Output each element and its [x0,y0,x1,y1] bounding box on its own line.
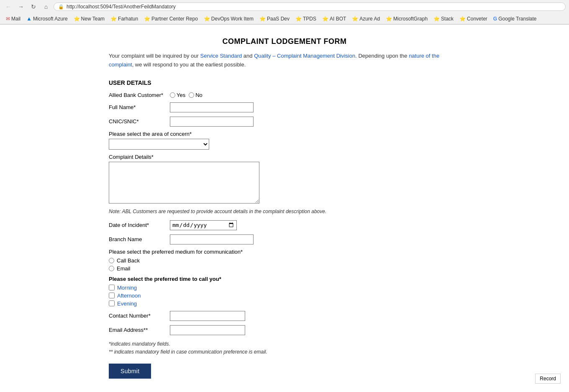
allied-bank-yes-label: Yes [177,92,185,98]
date-incident-input[interactable] [170,220,237,230]
mail-icon: ✉ [6,16,10,22]
call-back-radio[interactable] [109,258,114,263]
email-comm-label: Email [117,265,131,272]
evening-option[interactable]: Evening [109,300,460,307]
bookmark-new-team[interactable]: ⭐ New Team [71,15,107,23]
bookmark-tpds[interactable]: ⭐ TPDS [293,15,319,23]
afternoon-checkbox[interactable] [109,293,115,298]
bookmark-azure[interactable]: ▲ Microsoft Azure [24,15,70,23]
date-incident-label: Date of Incident* [109,222,167,228]
conveter-icon: ⭐ [459,16,466,22]
email-radio[interactable] [109,266,114,271]
form-title: COMPLAINT LODGEMENT FORM [109,37,460,46]
browser-chrome: ← → ↻ ⌂ 🔒 http://localhost:5094/Test/Ano… [0,0,569,25]
bookmark-devops-label: DevOps Work Item [211,16,254,22]
branch-name-input[interactable] [170,234,254,244]
area-concern-row: Please select the area of concern* Accou… [109,131,460,150]
footnotes: *indicates mandatory fields. ** indicate… [109,340,460,356]
bookmark-devops[interactable]: ⭐ DevOps Work Item [201,15,256,23]
refresh-button[interactable]: ↻ [28,2,38,12]
bookmark-partner-center[interactable]: ⭐ Partner Center Repo [141,15,200,23]
bookmark-ai-bot[interactable]: ⭐ AI BOT [320,15,349,23]
form-container: COMPLAINT LODGEMENT FORM Your complaint … [96,33,473,383]
azure-icon: ▲ [26,15,32,22]
allied-bank-yes-option[interactable]: Yes [170,92,185,98]
paas-dev-icon: ⭐ [259,16,266,22]
forward-button[interactable]: → [16,2,26,12]
bookmark-new-team-label: New Team [81,16,105,22]
bookmark-google-translate-label: Google Translate [498,16,536,22]
area-concern-label: Please select the area of concern* [109,131,460,137]
bookmark-stack[interactable]: ⭐ Stack [431,15,456,23]
footnote-1: *indicates mandatory fields. [109,340,460,348]
submit-button[interactable]: Submit [109,364,151,379]
afternoon-option[interactable]: Afternoon [109,293,460,299]
email-address-row: Email Address** [109,325,460,335]
morning-checkbox[interactable] [109,285,115,290]
branch-name-row: Branch Name [109,234,460,244]
bookmark-mail-label: Mail [11,16,21,22]
stack-icon: ⭐ [433,16,440,22]
allied-bank-no-radio[interactable] [189,92,194,98]
service-standard-link[interactable]: Service Standard [200,53,242,59]
bookmark-paas-dev-label: PaaS Dev [267,16,290,22]
devops-icon: ⭐ [204,16,210,22]
address-bar[interactable]: 🔒 http://localhost:5094/Test/AnotherFeil… [54,3,566,11]
bookmark-ai-bot-label: AI BOT [330,16,346,22]
evening-checkbox[interactable] [109,300,115,306]
complaint-mgmt-link[interactable]: Quality – Complaint Management Division [254,53,355,59]
email-option[interactable]: Email [109,265,460,272]
allied-bank-no-label: No [195,92,202,98]
home-button[interactable]: ⌂ [41,2,51,12]
morning-option[interactable]: Morning [109,285,460,291]
contact-number-input[interactable] [170,311,245,321]
call-back-option[interactable]: Call Back [109,257,460,264]
preferred-time-group: Morning Afternoon Evening [109,285,460,307]
footnote-2: ** indicates mandatory field in case com… [109,348,460,356]
complaint-details-textarea[interactable] [109,162,259,204]
email-address-label: Email Address** [109,327,167,333]
url-text: http://localhost:5094/Test/AnotherFeildM… [67,4,176,10]
partner-center-icon: ⭐ [144,16,150,22]
call-back-label: Call Back [117,257,140,264]
bookmark-ms-graph-label: MicrosoftGraph [393,16,428,22]
allied-bank-no-option[interactable]: No [189,92,202,98]
submit-row: Submit [109,356,460,379]
communication-row: Please select the preferred medium for c… [109,249,460,272]
bookmark-stack-label: Stack [441,16,454,22]
allied-bank-label: Allied Bank Customer* [109,92,167,98]
area-concern-select[interactable]: Account Services Card Services Internet … [109,139,209,150]
preferred-time-label: Please select the preferred time to call… [109,276,460,282]
full-name-input[interactable] [170,102,254,112]
cnic-input[interactable] [170,117,254,127]
bookmark-farhatun-label: Farhatun [118,16,138,22]
bookmark-google-translate[interactable]: G Google Translate [491,15,539,23]
preferred-time-row: Please select the preferred time to call… [109,276,460,307]
google-translate-icon: G [493,16,497,22]
azure-ad-icon: ⭐ [352,16,358,22]
back-button[interactable]: ← [3,2,13,12]
contact-number-label: Contact Number* [109,313,167,319]
bookmark-azure-ad[interactable]: ⭐ Azure Ad [349,15,382,23]
bookmark-mail[interactable]: ✉ Mail [3,15,23,23]
bookmarks-bar: ✉ Mail ▲ Microsoft Azure ⭐ New Team ⭐ Fa… [0,13,569,24]
bookmark-ms-graph[interactable]: ⭐ MicrosoftGraph [383,15,430,23]
tpds-icon: ⭐ [295,16,302,22]
new-team-icon: ⭐ [74,16,80,22]
date-incident-row: Date of Incident* [109,220,460,230]
email-address-input[interactable] [170,325,245,335]
complaint-details-label: Complaint Details* [109,154,460,160]
farhatun-icon: ⭐ [110,16,117,22]
form-intro: Your complaint will be inquired by our S… [109,52,460,69]
section-title: USER DETAILS [109,79,460,86]
ms-graph-icon: ⭐ [386,16,392,22]
full-name-label: Full Name* [109,104,167,110]
bookmark-conveter-label: Conveter [467,16,487,22]
allied-bank-yes-radio[interactable] [170,92,175,98]
bookmark-paas-dev[interactable]: ⭐ PaaS Dev [257,15,292,23]
bookmark-farhatun[interactable]: ⭐ Farhatun [108,15,141,23]
bookmark-azure-label: Microsoft Azure [33,16,68,22]
record-button[interactable]: Record [535,374,561,384]
communication-label: Please select the preferred medium for c… [109,249,460,255]
bookmark-conveter[interactable]: ⭐ Conveter [457,15,490,23]
